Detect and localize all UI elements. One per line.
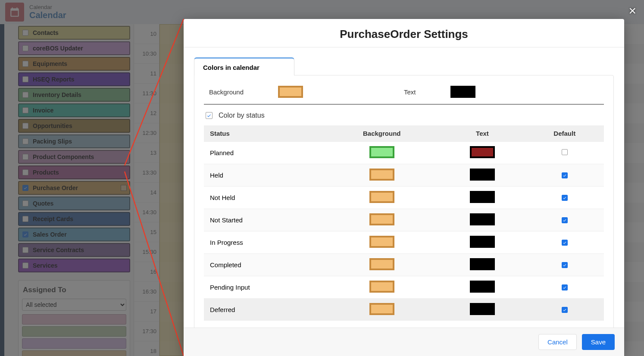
status-text-swatch[interactable] — [470, 169, 495, 181]
status-row: Not Started — [204, 209, 604, 231]
cancel-button[interactable]: Cancel — [538, 334, 577, 350]
modal-title: PurchaseOrder Settings — [194, 28, 614, 41]
status-text-swatch[interactable] — [470, 258, 495, 270]
status-row: Completed — [204, 254, 604, 276]
background-color-swatch[interactable] — [278, 86, 303, 98]
status-text-swatch[interactable] — [470, 213, 495, 225]
status-row: Held — [204, 164, 604, 187]
status-row: Not Held — [204, 187, 604, 209]
status-name: In Progress — [204, 231, 324, 254]
status-bg-swatch[interactable] — [369, 258, 394, 270]
status-name: Deferred — [204, 299, 324, 321]
color-by-status-checkbox[interactable] — [206, 112, 213, 119]
status-bg-swatch[interactable] — [369, 281, 394, 293]
status-default-checkbox[interactable] — [562, 217, 568, 223]
status-bg-swatch[interactable] — [369, 169, 394, 181]
status-name: Planned — [204, 142, 324, 164]
text-label: Text — [404, 88, 416, 96]
status-name: Held — [204, 164, 324, 187]
status-text-swatch[interactable] — [470, 236, 495, 248]
status-name: Not Started — [204, 209, 324, 231]
tab-colors-in-calendar[interactable]: Colors in calendar — [194, 57, 294, 75]
status-default-checkbox[interactable] — [562, 195, 568, 201]
col-default: Default — [525, 125, 604, 142]
status-bg-swatch[interactable] — [369, 213, 394, 225]
status-bg-swatch[interactable] — [369, 303, 394, 315]
save-button[interactable]: Save — [582, 334, 615, 350]
status-name: Not Held — [204, 187, 324, 209]
status-name: Pending Input — [204, 276, 324, 299]
status-default-checkbox[interactable] — [562, 284, 568, 290]
status-color-table: Status Background Text Default PlannedHe… — [204, 125, 604, 321]
close-icon[interactable]: × — [628, 3, 636, 18]
status-name: Completed — [204, 254, 324, 276]
status-text-swatch[interactable] — [470, 146, 495, 158]
status-default-checkbox[interactable] — [562, 307, 568, 313]
col-status: Status — [204, 125, 324, 142]
status-bg-swatch[interactable] — [369, 191, 394, 203]
status-row: Planned — [204, 142, 604, 164]
status-default-checkbox[interactable] — [562, 262, 568, 268]
status-bg-swatch[interactable] — [369, 146, 394, 158]
status-default-checkbox[interactable] — [562, 240, 568, 246]
col-text: Text — [439, 125, 525, 142]
text-color-swatch[interactable] — [450, 86, 475, 98]
settings-modal: PurchaseOrder Settings Colors in calenda… — [184, 19, 624, 356]
status-text-swatch[interactable] — [470, 281, 495, 293]
status-default-checkbox[interactable] — [562, 149, 568, 155]
color-by-status-label: Color by status — [219, 112, 265, 119]
status-text-swatch[interactable] — [470, 303, 495, 315]
status-text-swatch[interactable] — [470, 191, 495, 203]
status-row: Deferred — [204, 299, 604, 321]
status-row: In Progress — [204, 231, 604, 254]
status-row: Pending Input — [204, 276, 604, 299]
background-label: Background — [209, 88, 244, 96]
col-background: Background — [324, 125, 439, 142]
status-bg-swatch[interactable] — [369, 236, 394, 248]
status-default-checkbox[interactable] — [562, 172, 568, 178]
